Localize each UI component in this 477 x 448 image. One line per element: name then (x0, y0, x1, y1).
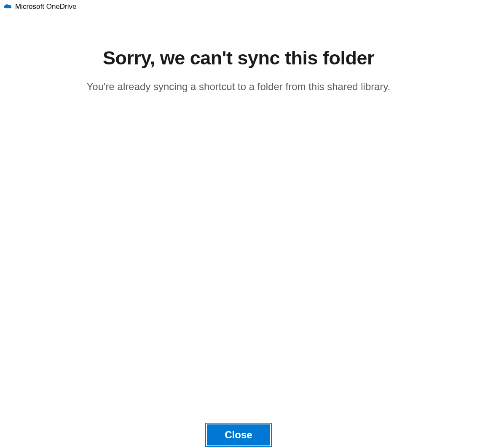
dialog-content: Sorry, we can't sync this folder You're … (0, 13, 477, 93)
dialog-subtext: You're already syncing a shortcut to a f… (87, 81, 391, 93)
titlebar: Microsoft OneDrive (0, 0, 477, 13)
close-button[interactable]: Close (207, 424, 270, 445)
titlebar-app-name: Microsoft OneDrive (15, 3, 76, 11)
onedrive-cloud-icon (3, 3, 12, 11)
dialog-heading: Sorry, we can't sync this folder (103, 47, 374, 69)
dialog-actions: Close (0, 424, 477, 448)
